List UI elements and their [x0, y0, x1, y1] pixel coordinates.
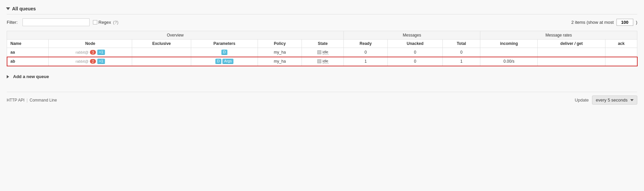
row-ack: [605, 57, 637, 66]
col-state: State: [302, 40, 344, 48]
state-indicator: [317, 50, 321, 54]
footer-separator: |: [26, 98, 28, 103]
state-text: idle: [323, 50, 328, 55]
col-deliver-get: deliver / get: [538, 40, 605, 48]
collapse-triangle-icon: [6, 7, 10, 10]
row-exclusive: [132, 48, 191, 57]
d-badge[interactable]: D: [215, 59, 221, 64]
update-label: Update: [575, 98, 589, 103]
command-line-link[interactable]: Command Line: [30, 98, 57, 103]
node-text: rabbit@: [75, 50, 89, 54]
table-row[interactable]: aa rabbit@ 3 +1 Dmy_ha idle 000: [7, 48, 637, 57]
row-incoming: 0.00/s: [480, 57, 538, 66]
args-badge[interactable]: Args: [222, 59, 233, 64]
col-exclusive: Exclusive: [132, 40, 191, 48]
col-unacked: Unacked: [388, 40, 443, 48]
row-exclusive: [132, 57, 191, 66]
footer: HTTP API | Command Line Update every 5 s…: [7, 92, 637, 105]
update-value: every 5 seconds: [596, 98, 628, 103]
row-total: 0: [442, 48, 480, 57]
row-policy: my_ha: [258, 57, 302, 66]
update-dropdown[interactable]: every 5 seconds: [592, 96, 637, 105]
row-incoming: [480, 48, 538, 57]
state-indicator: [317, 59, 321, 63]
row-ready: 1: [343, 57, 387, 66]
dropdown-arrow-icon: [630, 99, 634, 101]
add-queue-triangle-icon: [7, 75, 9, 78]
items-count-text: 2 items (show at most: [571, 20, 613, 25]
row-unacked: 0: [388, 57, 443, 66]
filter-input[interactable]: [22, 18, 90, 26]
column-header-row: Name Node Exclusive Parameters Policy St…: [7, 40, 637, 48]
section-title: All queues: [12, 6, 36, 11]
message-rates-group-header: Message rates: [480, 31, 637, 40]
row-policy: my_ha: [258, 48, 302, 57]
row-state: idle: [302, 48, 344, 57]
regex-hint: (?): [113, 20, 118, 25]
overview-group-header: Overview: [7, 31, 344, 40]
plus-badge[interactable]: +1: [97, 50, 105, 55]
group-header-row: Overview Messages Message rates: [7, 31, 637, 40]
regex-text: Regex: [99, 20, 111, 25]
node-badge: 2: [90, 59, 96, 64]
row-parameters: D Args: [191, 57, 258, 66]
queue-table: Overview Messages Message rates Name Nod…: [7, 31, 637, 66]
regex-label[interactable]: Regex (?): [93, 20, 118, 25]
items-count-close: ): [636, 20, 637, 25]
row-node: rabbit@ 2 +1: [48, 57, 132, 66]
row-unacked: 0: [388, 48, 443, 57]
col-incoming: incoming: [480, 40, 538, 48]
state-text: idle: [323, 59, 328, 64]
col-ready: Ready: [343, 40, 387, 48]
add-queue-label: Add a new queue: [13, 74, 49, 79]
regex-checkbox[interactable]: [93, 20, 97, 24]
table-row[interactable]: ab rabbit@ 2 +1 D Argsmy_ha idle 1010.00…: [7, 57, 637, 66]
col-name: Name: [7, 40, 49, 48]
col-ack: ack: [605, 40, 637, 48]
page-container: All queues Filter: Regex (?) 2 items (sh…: [0, 0, 644, 111]
items-count-input[interactable]: [616, 19, 633, 26]
add-queue-section[interactable]: Add a new queue: [7, 71, 637, 82]
node-text: rabbit@: [75, 59, 89, 63]
row-state: idle: [302, 57, 344, 66]
row-name[interactable]: aa: [7, 48, 49, 57]
http-api-link[interactable]: HTTP API: [7, 98, 24, 103]
filter-row: Filter: Regex (?) 2 items (show at most …: [7, 18, 637, 26]
row-deliver-get: [538, 57, 605, 66]
row-ready: 0: [343, 48, 387, 57]
row-total: 1: [442, 57, 480, 66]
filter-label: Filter:: [7, 20, 18, 25]
d-badge[interactable]: D: [221, 50, 227, 55]
items-info: 2 items (show at most ): [571, 19, 637, 26]
col-total: Total: [442, 40, 480, 48]
row-ack: [605, 48, 637, 57]
footer-right: Update every 5 seconds: [575, 96, 637, 105]
footer-links: HTTP API | Command Line: [7, 98, 57, 103]
row-node: rabbit@ 3 +1: [48, 48, 132, 57]
row-parameters: D: [191, 48, 258, 57]
col-node: Node: [48, 40, 132, 48]
section-header[interactable]: All queues: [7, 3, 637, 14]
messages-group-header: Messages: [343, 31, 480, 40]
col-policy: Policy: [258, 40, 302, 48]
row-deliver-get: [538, 48, 605, 57]
node-badge: 3: [90, 50, 96, 55]
plus-badge[interactable]: +1: [97, 59, 105, 64]
row-name[interactable]: ab: [7, 57, 49, 66]
col-parameters: Parameters: [191, 40, 258, 48]
